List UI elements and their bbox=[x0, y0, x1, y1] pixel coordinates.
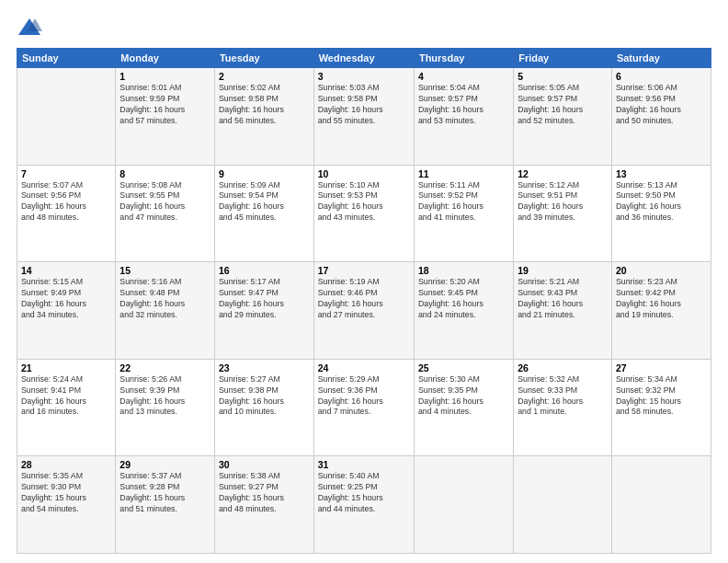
day-number: 26 bbox=[518, 362, 608, 373]
day-info: Sunrise: 5:27 AM Sunset: 9:38 PM Dayligh… bbox=[219, 374, 310, 419]
calendar-cell: 24Sunrise: 5:29 AM Sunset: 9:36 PM Dayli… bbox=[313, 359, 414, 456]
calendar-cell: 19Sunrise: 5:21 AM Sunset: 9:43 PM Dayli… bbox=[514, 262, 612, 360]
day-info: Sunrise: 5:26 AM Sunset: 9:39 PM Dayligh… bbox=[119, 374, 210, 419]
calendar-cell: 8Sunrise: 5:08 AM Sunset: 9:55 PM Daylig… bbox=[116, 165, 215, 262]
calendar-week-row: 7Sunrise: 5:07 AM Sunset: 9:56 PM Daylig… bbox=[17, 165, 711, 262]
weekday-header: Sunday bbox=[17, 49, 116, 68]
day-number: 24 bbox=[318, 362, 410, 373]
day-info: Sunrise: 5:38 AM Sunset: 9:27 PM Dayligh… bbox=[219, 471, 310, 515]
day-number: 7 bbox=[21, 168, 111, 179]
day-number: 29 bbox=[119, 459, 210, 470]
calendar-cell: 3Sunrise: 5:03 AM Sunset: 9:58 PM Daylig… bbox=[313, 68, 414, 166]
day-number: 2 bbox=[219, 71, 310, 82]
day-number: 10 bbox=[318, 168, 410, 179]
calendar-cell: 18Sunrise: 5:20 AM Sunset: 9:45 PM Dayli… bbox=[414, 262, 513, 360]
calendar-cell: 16Sunrise: 5:17 AM Sunset: 9:47 PM Dayli… bbox=[214, 262, 313, 360]
day-info: Sunrise: 5:30 AM Sunset: 9:35 PM Dayligh… bbox=[418, 374, 509, 419]
weekday-header: Friday bbox=[514, 49, 612, 68]
calendar-cell: 9Sunrise: 5:09 AM Sunset: 9:54 PM Daylig… bbox=[214, 165, 313, 262]
page: SundayMondayTuesdayWednesdayThursdayFrid… bbox=[0, 0, 728, 563]
day-info: Sunrise: 5:35 AM Sunset: 9:30 PM Dayligh… bbox=[21, 471, 111, 515]
calendar-cell: 7Sunrise: 5:07 AM Sunset: 9:56 PM Daylig… bbox=[17, 165, 116, 262]
day-info: Sunrise: 5:13 AM Sunset: 9:50 PM Dayligh… bbox=[616, 180, 707, 224]
day-info: Sunrise: 5:05 AM Sunset: 9:57 PM Dayligh… bbox=[518, 83, 608, 127]
day-info: Sunrise: 5:37 AM Sunset: 9:28 PM Dayligh… bbox=[119, 471, 210, 515]
calendar-cell: 4Sunrise: 5:04 AM Sunset: 9:57 PM Daylig… bbox=[414, 68, 513, 166]
calendar-cell: 26Sunrise: 5:32 AM Sunset: 9:33 PM Dayli… bbox=[514, 359, 612, 456]
day-info: Sunrise: 5:01 AM Sunset: 9:59 PM Dayligh… bbox=[119, 83, 210, 127]
calendar-header-row: SundayMondayTuesdayWednesdayThursdayFrid… bbox=[17, 49, 711, 68]
calendar-cell: 17Sunrise: 5:19 AM Sunset: 9:46 PM Dayli… bbox=[313, 262, 414, 360]
calendar-cell: 14Sunrise: 5:15 AM Sunset: 9:49 PM Dayli… bbox=[17, 262, 116, 360]
calendar-cell: 1Sunrise: 5:01 AM Sunset: 9:59 PM Daylig… bbox=[116, 68, 215, 166]
day-info: Sunrise: 5:29 AM Sunset: 9:36 PM Dayligh… bbox=[318, 374, 410, 419]
day-number: 18 bbox=[418, 265, 509, 276]
weekday-header: Monday bbox=[116, 49, 215, 68]
day-number: 17 bbox=[318, 265, 410, 276]
day-info: Sunrise: 5:11 AM Sunset: 9:52 PM Dayligh… bbox=[418, 180, 509, 224]
calendar-cell: 23Sunrise: 5:27 AM Sunset: 9:38 PM Dayli… bbox=[214, 359, 313, 456]
calendar-cell: 15Sunrise: 5:16 AM Sunset: 9:48 PM Dayli… bbox=[116, 262, 215, 360]
day-number: 22 bbox=[119, 362, 210, 373]
day-number: 14 bbox=[21, 265, 111, 276]
day-number: 21 bbox=[21, 362, 111, 373]
calendar-cell: 29Sunrise: 5:37 AM Sunset: 9:28 PM Dayli… bbox=[116, 456, 215, 554]
weekday-header: Thursday bbox=[414, 49, 513, 68]
day-number: 23 bbox=[219, 362, 310, 373]
day-number: 20 bbox=[616, 265, 707, 276]
day-info: Sunrise: 5:09 AM Sunset: 9:54 PM Dayligh… bbox=[219, 180, 310, 224]
day-number: 6 bbox=[616, 71, 707, 82]
calendar-cell: 21Sunrise: 5:24 AM Sunset: 9:41 PM Dayli… bbox=[17, 359, 116, 456]
calendar-cell: 20Sunrise: 5:23 AM Sunset: 9:42 PM Dayli… bbox=[611, 262, 711, 360]
day-number: 9 bbox=[219, 168, 310, 179]
weekday-header: Wednesday bbox=[313, 49, 414, 68]
day-info: Sunrise: 5:06 AM Sunset: 9:56 PM Dayligh… bbox=[616, 83, 707, 127]
day-info: Sunrise: 5:07 AM Sunset: 9:56 PM Dayligh… bbox=[21, 180, 111, 224]
calendar-week-row: 21Sunrise: 5:24 AM Sunset: 9:41 PM Dayli… bbox=[17, 359, 711, 456]
day-number: 1 bbox=[119, 71, 210, 82]
calendar-cell: 10Sunrise: 5:10 AM Sunset: 9:53 PM Dayli… bbox=[313, 165, 414, 262]
calendar-cell: 28Sunrise: 5:35 AM Sunset: 9:30 PM Dayli… bbox=[17, 456, 116, 554]
day-info: Sunrise: 5:16 AM Sunset: 9:48 PM Dayligh… bbox=[119, 277, 210, 321]
day-number: 15 bbox=[119, 265, 210, 276]
day-info: Sunrise: 5:32 AM Sunset: 9:33 PM Dayligh… bbox=[518, 374, 608, 419]
calendar-week-row: 28Sunrise: 5:35 AM Sunset: 9:30 PM Dayli… bbox=[17, 456, 711, 554]
day-info: Sunrise: 5:17 AM Sunset: 9:47 PM Dayligh… bbox=[219, 277, 310, 321]
day-number: 12 bbox=[518, 168, 608, 179]
day-number: 13 bbox=[616, 168, 707, 179]
calendar-cell: 30Sunrise: 5:38 AM Sunset: 9:27 PM Dayli… bbox=[214, 456, 313, 554]
day-info: Sunrise: 5:08 AM Sunset: 9:55 PM Dayligh… bbox=[119, 180, 210, 224]
day-info: Sunrise: 5:20 AM Sunset: 9:45 PM Dayligh… bbox=[418, 277, 509, 321]
calendar-cell: 12Sunrise: 5:12 AM Sunset: 9:51 PM Dayli… bbox=[514, 165, 612, 262]
calendar-cell bbox=[514, 456, 612, 554]
day-number: 3 bbox=[318, 71, 410, 82]
calendar-cell: 6Sunrise: 5:06 AM Sunset: 9:56 PM Daylig… bbox=[611, 68, 711, 166]
day-info: Sunrise: 5:10 AM Sunset: 9:53 PM Dayligh… bbox=[318, 180, 410, 224]
calendar-cell: 2Sunrise: 5:02 AM Sunset: 9:58 PM Daylig… bbox=[214, 68, 313, 166]
day-number: 19 bbox=[518, 265, 608, 276]
day-info: Sunrise: 5:23 AM Sunset: 9:42 PM Dayligh… bbox=[616, 277, 707, 321]
day-number: 30 bbox=[219, 459, 310, 470]
calendar-week-row: 1Sunrise: 5:01 AM Sunset: 9:59 PM Daylig… bbox=[17, 68, 711, 166]
day-number: 27 bbox=[616, 362, 707, 373]
day-number: 4 bbox=[418, 71, 509, 82]
calendar-cell: 13Sunrise: 5:13 AM Sunset: 9:50 PM Dayli… bbox=[611, 165, 711, 262]
day-number: 16 bbox=[219, 265, 310, 276]
calendar-cell: 22Sunrise: 5:26 AM Sunset: 9:39 PM Dayli… bbox=[116, 359, 215, 456]
day-info: Sunrise: 5:21 AM Sunset: 9:43 PM Dayligh… bbox=[518, 277, 608, 321]
day-info: Sunrise: 5:02 AM Sunset: 9:58 PM Dayligh… bbox=[219, 83, 310, 127]
calendar-cell bbox=[414, 456, 513, 554]
calendar-cell: 27Sunrise: 5:34 AM Sunset: 9:32 PM Dayli… bbox=[611, 359, 711, 456]
day-info: Sunrise: 5:04 AM Sunset: 9:57 PM Dayligh… bbox=[418, 83, 509, 127]
weekday-header: Saturday bbox=[611, 49, 711, 68]
day-info: Sunrise: 5:12 AM Sunset: 9:51 PM Dayligh… bbox=[518, 180, 608, 224]
logo-icon bbox=[17, 15, 42, 40]
calendar-cell: 11Sunrise: 5:11 AM Sunset: 9:52 PM Dayli… bbox=[414, 165, 513, 262]
day-info: Sunrise: 5:03 AM Sunset: 9:58 PM Dayligh… bbox=[318, 83, 410, 127]
day-number: 25 bbox=[418, 362, 509, 373]
day-number: 31 bbox=[318, 459, 410, 470]
day-number: 5 bbox=[518, 71, 608, 82]
calendar-cell: 31Sunrise: 5:40 AM Sunset: 9:25 PM Dayli… bbox=[313, 456, 414, 554]
day-info: Sunrise: 5:15 AM Sunset: 9:49 PM Dayligh… bbox=[21, 277, 111, 321]
day-number: 28 bbox=[21, 459, 111, 470]
